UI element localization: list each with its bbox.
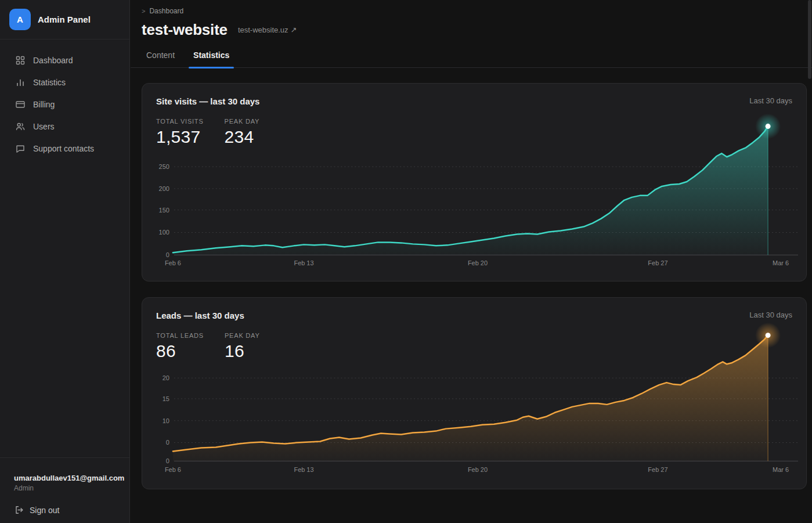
svg-text:150: 150 [159, 207, 169, 214]
sidebar-item-label: Statistics [33, 78, 66, 87]
range-badge: Last 30 days [749, 96, 792, 105]
user-email: umarabdullaev151@gmail.com [14, 474, 116, 482]
sidebar-item-statistics[interactable]: Statistics [0, 71, 129, 93]
chevron-right-icon: > [142, 8, 145, 15]
tab-statistics[interactable]: Statistics [189, 51, 234, 68]
stat-value: 1,537 [156, 127, 204, 147]
site-domain-link[interactable]: test-website.uz ↗ [238, 26, 297, 34]
tab-content[interactable]: Content [142, 51, 179, 68]
stat-label: TOTAL LEADS [156, 332, 204, 339]
svg-text:Feb 27: Feb 27 [648, 466, 667, 473]
card-title: Leads — last 30 days [156, 311, 244, 320]
site-domain-label: test-website.uz [238, 26, 288, 34]
svg-text:0: 0 [166, 251, 169, 258]
svg-text:Feb 20: Feb 20 [468, 259, 488, 266]
scrollbar-thumb[interactable] [808, 0, 811, 79]
svg-text:Feb 20: Feb 20 [468, 466, 488, 473]
svg-text:15: 15 [163, 395, 169, 402]
svg-text:Feb 13: Feb 13 [294, 259, 313, 266]
sidebar-footer: umarabdullaev151@gmail.com Admin Sign ou… [0, 457, 129, 523]
sidebar-item-dashboard[interactable]: Dashboard [0, 49, 129, 71]
breadcrumb: > Dashboard [131, 0, 812, 15]
svg-text:0: 0 [166, 439, 169, 446]
external-link-icon: ↗ [291, 26, 297, 34]
sidebar-item-billing[interactable]: Billing [0, 93, 129, 116]
stat-value: 234 [225, 127, 260, 147]
stat-total-visits: TOTAL VISITS 1,537 [156, 118, 204, 147]
stat-value: 16 [225, 341, 260, 361]
svg-text:200: 200 [159, 185, 169, 192]
svg-text:Mar 6: Mar 6 [773, 259, 789, 266]
tab-statistics-label: Statistics [193, 51, 229, 60]
stat-label: PEAK DAY [225, 332, 260, 339]
content: 2502001501000Feb 6Feb 13Feb 20Feb 27Mar … [131, 68, 812, 489]
svg-text:Feb 6: Feb 6 [165, 259, 181, 266]
bar-chart-icon [15, 77, 26, 88]
sidebar-item-label: Users [33, 122, 55, 131]
brand: A Admin Panel [0, 0, 129, 39]
svg-text:250: 250 [159, 163, 169, 170]
credit-card-icon [15, 99, 26, 110]
sidebar-item-label: Support contacts [33, 144, 94, 153]
svg-text:10: 10 [163, 417, 169, 424]
chat-icon [15, 143, 26, 154]
breadcrumb-item-dashboard[interactable]: Dashboard [149, 7, 183, 15]
title-row: test-website test-website.uz ↗ [131, 15, 812, 39]
stat-label: PEAK DAY [225, 118, 260, 125]
stat-peak-day: PEAK DAY 234 [225, 118, 260, 147]
stat-total-leads: TOTAL LEADS 86 [156, 332, 204, 361]
svg-text:Feb 27: Feb 27 [648, 259, 667, 266]
sidebar-nav: Dashboard Statistics Billing [0, 39, 129, 160]
site-visits-card: 2502001501000Feb 6Feb 13Feb 20Feb 27Mar … [142, 83, 807, 282]
sidebar-item-label: Dashboard [33, 56, 73, 65]
svg-text:0: 0 [166, 457, 169, 464]
stat-label: TOTAL VISITS [156, 118, 204, 125]
user-role: Admin [14, 484, 116, 492]
users-icon [15, 121, 26, 132]
svg-text:Feb 6: Feb 6 [165, 466, 181, 473]
sidebar-item-users[interactable]: Users [0, 116, 129, 138]
range-badge: Last 30 days [749, 311, 792, 319]
sidebar-item-support-contacts[interactable]: Support contacts [0, 138, 129, 160]
sign-out-button[interactable]: Sign out [14, 505, 116, 515]
svg-text:Mar 6: Mar 6 [773, 466, 789, 473]
brand-name: Admin Panel [38, 15, 91, 24]
svg-text:100: 100 [159, 229, 169, 236]
brand-logo: A [9, 9, 31, 30]
svg-text:20: 20 [163, 374, 169, 381]
page-title: test-website [142, 21, 228, 39]
svg-text:Feb 13: Feb 13 [294, 466, 313, 473]
grid-icon [15, 55, 26, 66]
sidebar: A Admin Panel Dashboard Statistics [0, 0, 130, 523]
main-area: > Dashboard test-website test-website.uz… [131, 0, 812, 523]
tab-bar: Content Statistics [142, 51, 812, 68]
active-tab-underline [189, 67, 234, 68]
sign-out-icon [14, 505, 24, 515]
brand-initial: A [17, 15, 23, 24]
stat-peak-day: PEAK DAY 16 [225, 332, 260, 361]
card-title: Site visits — last 30 days [156, 96, 259, 106]
stat-value: 86 [156, 341, 204, 361]
sidebar-item-label: Billing [33, 100, 55, 109]
leads-card: 20151000Feb 6Feb 13Feb 20Feb 27Mar 6 Lea… [142, 297, 807, 489]
sign-out-label: Sign out [30, 506, 59, 515]
